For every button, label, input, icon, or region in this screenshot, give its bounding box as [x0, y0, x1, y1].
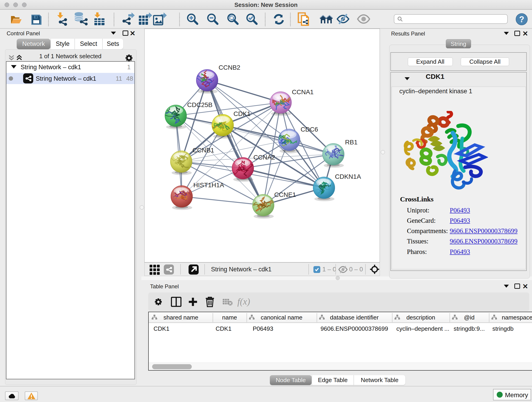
svg-text:CCNA2: CCNA2	[253, 154, 275, 161]
svg-text:CDK1: CDK1	[234, 110, 251, 117]
svg-text:CCNA1: CCNA1	[292, 89, 314, 96]
svg-text:CCNB1: CCNB1	[192, 147, 214, 154]
svg-text:CCNB2: CCNB2	[219, 64, 240, 71]
svg-text:CDKN1A: CDKN1A	[335, 173, 361, 180]
svg-text:CDC25B: CDC25B	[187, 101, 212, 108]
svg-text:CDC6: CDC6	[301, 126, 318, 133]
svg-text:CCNE1: CCNE1	[274, 191, 296, 198]
svg-text:HIST1H1A: HIST1H1A	[193, 182, 224, 189]
svg-text:RB1: RB1	[345, 139, 357, 146]
